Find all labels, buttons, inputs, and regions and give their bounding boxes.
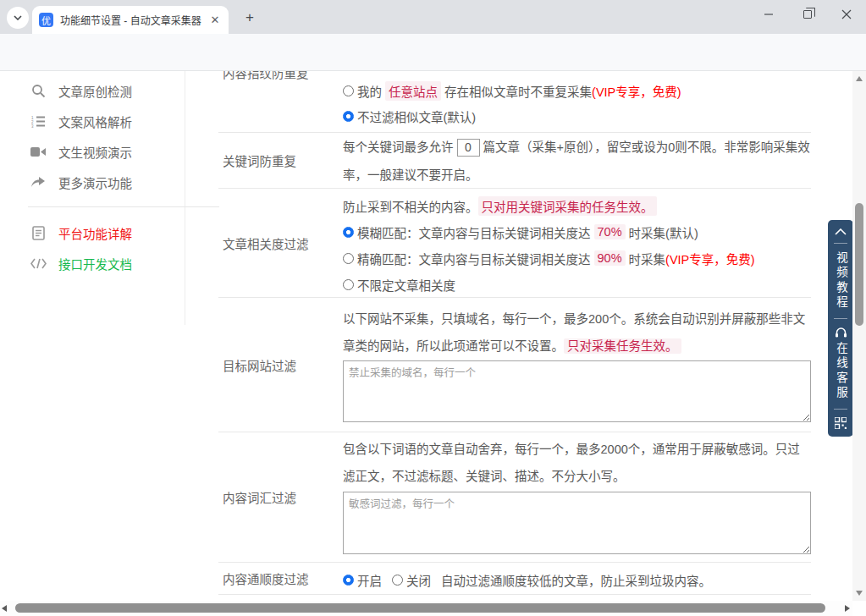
option-text: 不过滤相似文章(默认) [357, 107, 476, 125]
radio-option-fuzzy-match[interactable]: 模糊匹配：文章内容与目标关键词相关度达 70% 时采集(默认) [343, 219, 811, 245]
sidebar-item-text-to-video[interactable]: 文生视频演示 [30, 136, 185, 167]
sensitive-words-textarea[interactable] [343, 492, 811, 554]
site-favicon: 优 [39, 13, 53, 27]
search-icon [30, 82, 47, 99]
sidebar-item-api-docs[interactable]: 接口开发文档 [30, 248, 185, 278]
horizontal-scrollbar-thumb[interactable] [15, 603, 825, 613]
video-tutorial-button[interactable]: 视频教程 [834, 251, 847, 311]
sidebar-item-label: 更多演示功能 [58, 173, 132, 191]
panel-divider [834, 243, 847, 244]
chevron-up-icon [835, 228, 847, 235]
radio-option-exact-match[interactable]: 精确匹配：文章内容与目标关键词相关度达 90% 时采集(VIP专享，免费) [343, 245, 811, 272]
sidebar-item-platform-guide[interactable]: 平台功能详解 [30, 217, 185, 248]
setting-text: 包含以下词语的文章自动舍弃，每行一个，最多2000个，通常用于屏蔽敏感词。只过滤… [343, 443, 800, 483]
percent-highlight: 70% [594, 224, 626, 239]
close-window-button[interactable] [827, 0, 866, 29]
panel-divider [834, 409, 847, 410]
option-text[interactable]: 关闭 [406, 571, 431, 589]
svg-text:3: 3 [31, 124, 34, 128]
scrollbar-left-arrow[interactable] [2, 605, 7, 612]
sidebar-item-style-analysis[interactable]: 123 文案风格解析 [30, 106, 185, 136]
sidebar-divider [28, 206, 219, 207]
share-arrow-icon [30, 173, 47, 190]
tab-search-button[interactable] [7, 7, 29, 29]
sidebar-item-more-demos[interactable]: 更多演示功能 [30, 167, 185, 197]
vip-note: (VIP专享，免费) [665, 250, 755, 267]
sidebar-item-label: 文生视频演示 [58, 143, 132, 161]
sidebar-item-label: 平台功能详解 [58, 224, 132, 242]
minimize-button[interactable] [749, 0, 788, 29]
browser-toolbar: ucaiyun.com/caiji/settings/ ☆ 井 ⋮ [0, 34, 866, 71]
setting-row-fingerprint-dedup: 内容指纹防重复 我的 任意站点 存在相似文章时不重复采集(VIP专享，免费) 不… [218, 71, 811, 133]
vertical-scrollbar[interactable] [852, 71, 866, 601]
browser-tab[interactable]: 优 功能细节设置 - 自动文章采集器 ✕ [32, 6, 229, 34]
qr-code-button[interactable] [835, 417, 847, 429]
option-text: 模糊匹配：文章内容与目标关键词相关度达 [357, 223, 591, 241]
radio-checked-icon[interactable] [343, 111, 354, 122]
sidebar-item-label: 接口开发文档 [58, 255, 132, 272]
new-tab-button[interactable]: + [240, 8, 260, 28]
setting-label: 内容指纹防重复 [218, 71, 343, 132]
setting-label: 文章相关度过滤 [218, 234, 343, 252]
restore-button[interactable] [788, 0, 827, 29]
setting-label: 关键词防重复 [218, 151, 343, 169]
scroll-to-top-button[interactable] [835, 228, 847, 235]
document-icon [30, 224, 47, 241]
panel-divider [834, 318, 847, 319]
radio-option-no-filter[interactable]: 不过滤相似文章(默认) [343, 103, 811, 129]
setting-text: 防止采到不相关的内容。 [343, 197, 478, 215]
headset-icon [835, 327, 847, 338]
setting-text: 自动过滤通顺度较低的文章，防止采到垃圾内容。 [441, 571, 711, 589]
scrollbar-down-arrow[interactable] [856, 591, 863, 596]
video-camera-icon [30, 143, 47, 160]
option-text[interactable]: 开启 [357, 571, 382, 589]
option-text: 我的 [357, 82, 382, 100]
sidebar-nav: 文章原创检测 123 文案风格解析 文生视频演示 更多演示功能 平台功能详解 [30, 71, 185, 278]
blocked-domains-textarea[interactable] [343, 360, 811, 422]
tab-close-icon[interactable]: ✕ [208, 14, 222, 27]
radio-option-no-limit[interactable]: 不限定文章相关度 [343, 272, 811, 298]
option-text: 时采集 [629, 250, 666, 267]
option-text: 存在相似文章时不重复采集 [444, 82, 592, 100]
tab-title: 功能细节设置 - 自动文章采集器 [60, 13, 208, 27]
vip-note: (VIP专享，免费) [592, 82, 681, 100]
setting-label: 内容词汇过滤 [218, 488, 343, 506]
close-icon [841, 9, 852, 19]
sidebar-item-originality-check[interactable]: 文章原创检测 [30, 75, 185, 106]
horizontal-scrollbar[interactable] [0, 601, 852, 616]
page-content: 文章原创检测 123 文案风格解析 文生视频演示 更多演示功能 平台功能详解 [0, 71, 866, 616]
setting-row-relevance-filter: 文章相关度过滤 防止采到不相关的内容。只对用关键词采集的任务生效。 模糊匹配：文… [218, 189, 811, 298]
option-text: 不限定文章相关度 [357, 276, 455, 294]
setting-row-site-filter: 目标网站过滤 以下网站不采集，只填域名，每行一个，最多200个。系统会自动识别并… [218, 298, 811, 432]
setting-text: 每个关键词最多允许 [343, 140, 454, 154]
radio-checked-icon[interactable] [343, 227, 354, 238]
radio-unchecked-icon[interactable] [343, 279, 354, 290]
settings-form: 内容指纹防重复 我的 任意站点 存在相似文章时不重复采集(VIP专享，免费) 不… [218, 71, 811, 595]
setting-row-fluency-filter: 内容通顺度过滤 开启 关闭 自动过滤通顺度较低的文章，防止采到垃圾内容。 [218, 563, 811, 595]
notice-highlight: 只对采集任务生效。 [564, 338, 681, 354]
scrollbar-right-arrow[interactable] [845, 605, 850, 612]
option-text: 精确匹配：文章内容与目标关键词相关度达 [357, 250, 591, 267]
radio-unchecked-icon[interactable] [343, 253, 354, 264]
window-controls [749, 0, 866, 34]
notice-highlight: 只对用关键词采集的任务生效。 [478, 196, 657, 216]
max-articles-input[interactable] [457, 139, 480, 157]
option-highlight: 任意站点 [385, 81, 441, 101]
radio-checked-icon[interactable] [343, 575, 354, 586]
vertical-scrollbar-thumb[interactable] [855, 203, 863, 326]
minimize-icon [764, 9, 774, 19]
chevron-down-icon [14, 15, 22, 20]
qr-code-icon [835, 417, 847, 429]
scrollbar-up-arrow[interactable] [856, 76, 863, 81]
radio-unchecked-icon[interactable] [392, 575, 403, 586]
setting-row-word-filter: 内容词汇过滤 包含以下词语的文章自动舍弃，每行一个，最多2000个，通常用于屏蔽… [218, 432, 811, 563]
code-icon [30, 255, 47, 272]
floating-help-panel: 视频教程 在线客服 [828, 220, 853, 437]
percent-highlight: 90% [594, 250, 626, 266]
online-service-button[interactable]: 在线客服 [834, 342, 847, 401]
setting-row-keyword-dedup: 关键词防重复 每个关键词最多允许篇文章（采集+原创），留空或设为0则不限。非常影… [218, 133, 811, 189]
radio-unchecked-icon[interactable] [343, 85, 354, 96]
ordered-list-icon: 123 [30, 113, 47, 129]
radio-option-my-sites[interactable]: 我的 任意站点 存在相似文章时不重复采集(VIP专享，免费) [343, 78, 811, 103]
setting-label: 内容通顺度过滤 [218, 569, 343, 587]
